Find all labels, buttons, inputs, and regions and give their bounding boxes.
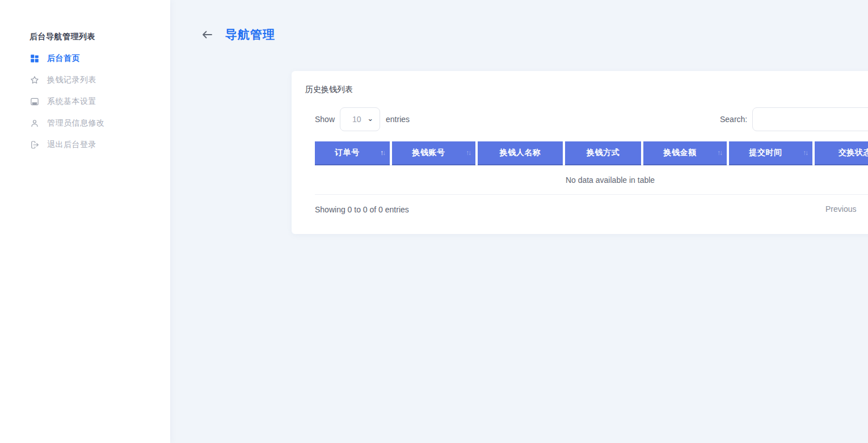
pagination-previous-button[interactable]: Previous [825, 204, 856, 214]
sidebar: 后台导航管理列表 后台首页 换钱记录列表 [0, 0, 170, 443]
logout-icon [30, 140, 40, 150]
sidebar-item-label: 退出后台登录 [47, 140, 96, 150]
table-search: Search: [720, 107, 868, 131]
data-table: 订单号 ↑↓ 换钱账号 ↑↓ 换钱人名称 换钱方式 换钱金额 [313, 141, 868, 165]
entries-label: entries [386, 115, 410, 124]
sidebar-item-admin-info[interactable]: 管理员信息修改 [0, 112, 170, 134]
card-title: 历史换钱列表 [305, 85, 353, 95]
search-label: Search: [720, 115, 747, 124]
sidebar-nav: 后台首页 换钱记录列表 系统基本设置 [0, 48, 170, 156]
user-icon [30, 118, 40, 128]
sort-icon: ↑↓ [380, 149, 385, 157]
sidebar-item-system-settings[interactable]: 系统基本设置 [0, 91, 170, 112]
column-header-exchange-account[interactable]: 换钱账号 ↑↓ [392, 141, 475, 165]
column-header-exchange-method[interactable]: 换钱方式 [565, 141, 641, 165]
chevron-down-icon: ⌄ [367, 115, 373, 122]
column-header-submit-time[interactable]: 提交时间 ↑↓ [729, 141, 812, 165]
sidebar-item-logout[interactable]: 退出后台登录 [0, 134, 170, 156]
sidebar-item-label: 管理员信息修改 [47, 118, 105, 128]
search-input[interactable] [752, 107, 868, 131]
show-label: Show [315, 115, 335, 124]
dashboard-icon [30, 53, 40, 64]
monitor-icon [30, 97, 40, 107]
table-info: Showing 0 to 0 of 0 entries [315, 205, 409, 214]
table-empty-state: No data available in table [315, 165, 868, 195]
exchange-history-card: 历史换钱列表 Show 10 ⌄ entries Search: 订单号 ↑↓ [292, 71, 868, 234]
column-header-order-no[interactable]: 订单号 ↑↓ [315, 141, 390, 165]
column-header-exchanger-name[interactable]: 换钱人名称 [478, 141, 563, 165]
sidebar-item-label: 后台首页 [47, 53, 80, 64]
sort-icon: ↑↓ [466, 149, 470, 157]
page-length-value: 10 [352, 115, 361, 124]
page-title: 导航管理 [225, 27, 275, 43]
table-header-row: 订单号 ↑↓ 换钱账号 ↑↓ 换钱人名称 换钱方式 换钱金额 [315, 141, 868, 165]
sidebar-title: 后台导航管理列表 [30, 32, 95, 42]
column-header-exchange-status[interactable]: 交换状态 ↑↓ [815, 141, 868, 165]
page-length-select[interactable]: 10 ⌄ [340, 107, 380, 131]
back-arrow-icon[interactable] [200, 28, 214, 41]
sort-icon: ↑↓ [803, 149, 807, 157]
star-icon [30, 75, 40, 85]
sidebar-item-home[interactable]: 后台首页 [0, 48, 170, 69]
sidebar-item-exchange-records[interactable]: 换钱记录列表 [0, 69, 170, 91]
column-header-exchange-amount[interactable]: 换钱金额 ↑↓ [643, 141, 727, 165]
sort-icon: ↑↓ [717, 149, 722, 157]
sidebar-item-label: 系统基本设置 [47, 97, 96, 107]
sidebar-item-label: 换钱记录列表 [47, 75, 96, 85]
page-length-control: Show 10 ⌄ entries [315, 107, 410, 131]
page-header: 导航管理 [200, 27, 275, 43]
